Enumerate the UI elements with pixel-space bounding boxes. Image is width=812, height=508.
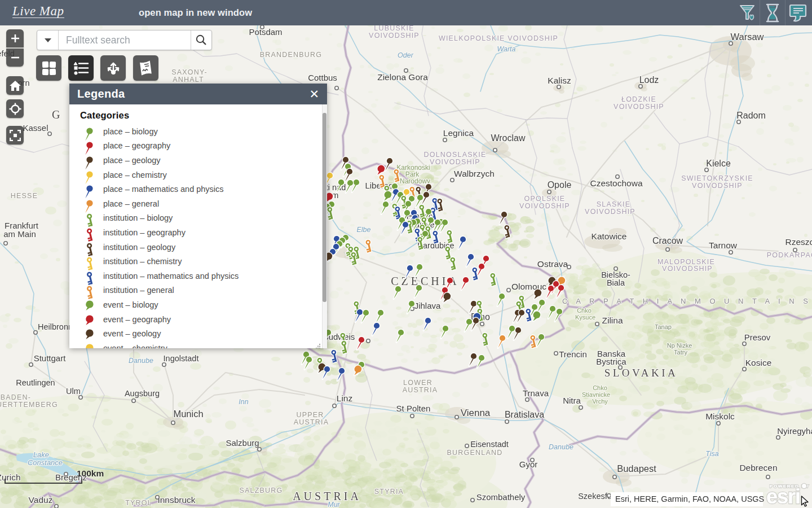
- svg-text:VOIVODSHIP: VOIVODSHIP: [585, 208, 636, 216]
- svg-text:Salzburg: Salzburg: [226, 438, 259, 448]
- svg-text:Cottbus: Cottbus: [308, 73, 337, 82]
- svg-text:Zilina: Zilina: [602, 316, 623, 325]
- svg-text:C A R P A T H I A N M O U N: C A R P A T H I A N M O U N T A I N S: [562, 297, 811, 305]
- svg-text:Warta: Warta: [497, 45, 515, 53]
- svg-text:Gyor: Gyor: [519, 459, 538, 469]
- svg-text:Trencin: Trencin: [559, 349, 586, 359]
- svg-text:Kalisz: Kalisz: [548, 76, 571, 85]
- svg-text:Zielona Gora: Zielona Gora: [377, 72, 428, 82]
- svg-text:AUSTRIA: AUSTRIA: [294, 418, 329, 426]
- svg-text:Ostrava: Ostrava: [537, 259, 568, 269]
- svg-text:VOIVODSHIP: VOIVODSHIP: [430, 158, 480, 166]
- svg-text:SAXONY-: SAXONY-: [171, 68, 208, 76]
- svg-text:Heilbronn: Heilbronn: [38, 322, 73, 331]
- svg-text:Vaduz: Vaduz: [29, 495, 53, 505]
- svg-text:Vrchy: Vrchy: [592, 398, 608, 405]
- svg-text:Reutlingen: Reutlingen: [16, 378, 55, 387]
- svg-text:SLASKIE: SLASKIE: [597, 200, 631, 208]
- svg-text:BADEN-: BADEN-: [1, 393, 31, 401]
- svg-text:Tanap: Tanap: [655, 323, 672, 330]
- svg-text:Danube: Danube: [129, 357, 153, 365]
- svg-text:SLOVAKIA: SLOVAKIA: [604, 367, 678, 379]
- svg-text:Nyiregyha: Nyiregyha: [777, 426, 812, 436]
- svg-text:Chko: Chko: [593, 384, 607, 391]
- svg-text:Linz: Linz: [337, 393, 352, 403]
- svg-text:WUERTTEMBERG: WUERTTEMBERG: [0, 401, 58, 409]
- svg-text:Presov: Presov: [744, 332, 771, 342]
- svg-text:Tisa: Tisa: [705, 450, 719, 458]
- svg-text:DOLNOSLASKIE: DOLNOSLASKIE: [424, 151, 487, 159]
- svg-text:Olomouc: Olomouc: [511, 282, 546, 291]
- svg-text:Szombathely: Szombathely: [476, 492, 526, 502]
- svg-text:Mur: Mur: [328, 501, 340, 508]
- svg-text:Budapest: Budapest: [617, 463, 656, 474]
- svg-text:Kielce: Kielce: [706, 159, 731, 168]
- svg-text:Biala: Biala: [607, 278, 625, 287]
- svg-text:Chko: Chko: [577, 307, 592, 314]
- svg-text:Bystrica: Bystrica: [596, 357, 626, 366]
- svg-text:VOIVODSHIP: VOIVODSHIP: [614, 103, 664, 111]
- svg-text:Trnava: Trnava: [523, 388, 549, 398]
- svg-text:BURGENLAND: BURGENLAND: [447, 449, 503, 457]
- svg-text:VOIVODSHIP: VOIVODSHIP: [662, 265, 713, 273]
- svg-text:Potsdam: Potsdam: [249, 27, 282, 37]
- svg-text:Kosice: Kosice: [745, 358, 772, 367]
- svg-text:Radom: Radom: [736, 111, 766, 120]
- svg-text:Bratislava: Bratislava: [505, 410, 544, 419]
- svg-text:Kassel: Kassel: [23, 123, 48, 133]
- svg-text:LUBUSKIE: LUBUSKIE: [374, 24, 414, 32]
- svg-text:TYROL: TYROL: [125, 499, 152, 507]
- svg-text:Np Nizke: Np Nizke: [667, 342, 692, 349]
- svg-text:VOIVODSHIP: VOIVODSHIP: [692, 182, 743, 190]
- svg-text:Rzeszow: Rzeszow: [785, 237, 812, 247]
- svg-text:Stuttgart: Stuttgart: [34, 353, 67, 363]
- svg-text:STYRIA: STYRIA: [374, 488, 404, 496]
- svg-text:Nitra: Nitra: [563, 396, 581, 405]
- svg-text:BRANDENBURG: BRANDENBURG: [260, 51, 322, 59]
- svg-text:Wroclaw: Wroclaw: [491, 133, 525, 143]
- svg-text:Cracow: Cracow: [652, 236, 683, 246]
- svg-text:Lodz: Lodz: [639, 75, 659, 85]
- svg-text:VOIVODSHIP: VOIVODSHIP: [519, 202, 570, 210]
- svg-text:am Main: am Main: [3, 229, 36, 239]
- svg-text:esri: esri: [766, 485, 800, 507]
- svg-text:Stiavnicke: Stiavnicke: [582, 391, 610, 398]
- svg-text:Vienna: Vienna: [461, 408, 491, 418]
- svg-text:Eisenstadt: Eisenstadt: [470, 440, 509, 449]
- svg-text:Narodowy: Narodowy: [400, 177, 430, 185]
- svg-text:St Polten: St Polten: [396, 404, 431, 413]
- svg-text:Opole: Opole: [548, 180, 572, 190]
- svg-text:Inn: Inn: [239, 398, 248, 406]
- svg-text:LOWER: LOWER: [403, 379, 433, 387]
- svg-text:Warsaw: Warsaw: [731, 32, 764, 42]
- svg-text:AUSTRIA: AUSTRIA: [293, 490, 361, 502]
- svg-text:Ulm: Ulm: [66, 387, 81, 396]
- svg-text:VOIVODSHIP: VOIVODSHIP: [369, 32, 420, 40]
- svg-text:Miskolc: Miskolc: [705, 411, 735, 421]
- svg-text:ŁODZKIE: ŁODZKIE: [621, 95, 656, 103]
- svg-text:OPOLSKIE: OPOLSKIE: [524, 195, 566, 203]
- svg-text:Jihlava: Jihlava: [414, 301, 441, 310]
- svg-text:Elbe: Elbe: [356, 226, 370, 234]
- svg-text:Debrecen: Debrecen: [739, 463, 777, 472]
- svg-text:Legnica: Legnica: [443, 128, 474, 138]
- svg-text:Kysuce: Kysuce: [575, 314, 595, 321]
- svg-text:Munich: Munich: [173, 409, 203, 419]
- svg-text:Ingolstadt: Ingolstadt: [164, 354, 199, 363]
- svg-text:Tarnow: Tarnow: [709, 240, 738, 250]
- svg-text:Katowice: Katowice: [592, 231, 627, 241]
- svg-text:Constance: Constance: [28, 458, 63, 467]
- svg-text:HESSE: HESSE: [11, 192, 38, 200]
- svg-text:ANHALT: ANHALT: [173, 76, 204, 84]
- svg-text:Oder: Oder: [398, 51, 414, 59]
- svg-text:Lake: Lake: [33, 450, 49, 459]
- svg-text:WIELKOPOLSKIE VOIVODSHIP: WIELKOPOLSKIE VOIVODSHIP: [439, 34, 558, 42]
- svg-text:SALZBURG: SALZBURG: [240, 487, 283, 494]
- svg-text:Danube: Danube: [549, 443, 573, 451]
- svg-text:Tatry: Tatry: [674, 349, 687, 356]
- svg-text:Innsbruck: Innsbruck: [157, 495, 195, 505]
- svg-text:UPPER: UPPER: [296, 411, 324, 419]
- svg-text:Walbrzych: Walbrzych: [454, 169, 495, 178]
- svg-text:SWIETOKRZYSKIE: SWIETOKRZYSKIE: [681, 174, 753, 182]
- svg-text:PODKARPAC: PODKARPAC: [767, 251, 812, 259]
